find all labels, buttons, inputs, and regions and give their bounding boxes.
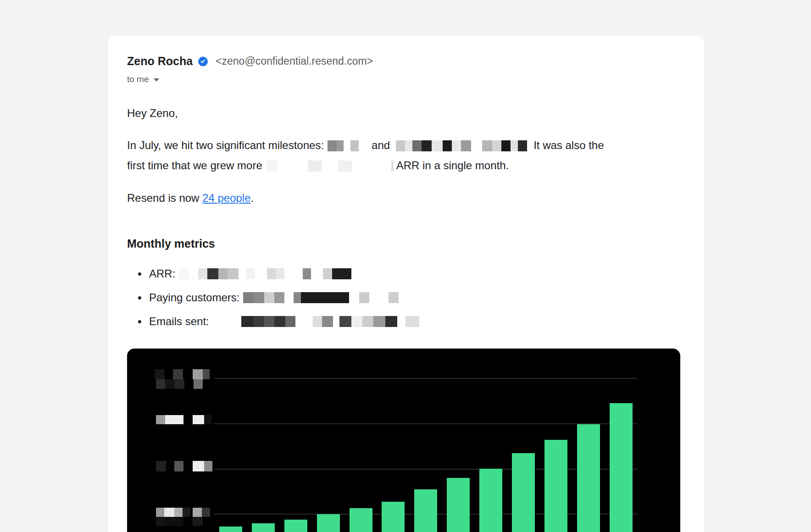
redaction-block	[179, 268, 189, 279]
team-size-suffix: .	[251, 192, 254, 204]
redaction-gap	[352, 161, 391, 172]
redacted-axis-label-block	[204, 415, 211, 424]
redaction-block	[328, 140, 337, 151]
redaction-block	[254, 292, 264, 303]
redacted-axis-label-block	[193, 461, 204, 471]
bullet-icon	[138, 296, 141, 299]
redaction-block	[373, 316, 385, 327]
chart-gridline	[214, 423, 638, 424]
email-card: Zeno Rocha <zeno@confidential.resend.com…	[108, 35, 704, 532]
redacted-axis-label-block	[165, 517, 183, 526]
redacted-axis-label-block	[165, 379, 174, 389]
redacted-axis-label-block	[173, 369, 183, 379]
redaction-block	[412, 140, 422, 151]
redaction-block	[264, 292, 274, 303]
redaction-gap	[322, 161, 338, 172]
redaction-block	[301, 292, 349, 303]
redaction-block	[351, 316, 362, 327]
redaction-block	[482, 140, 492, 151]
redaction-block	[492, 140, 501, 151]
chart-bar	[512, 453, 535, 532]
redaction-block	[241, 316, 253, 327]
redaction-gap	[255, 268, 267, 279]
redaction-block	[332, 268, 351, 279]
redacted-axis-label-block	[183, 508, 190, 517]
sender-email-address: <zeno@confidential.resend.com>	[216, 55, 373, 67]
chart-gridline	[214, 469, 638, 470]
redacted-axis-label-block	[193, 415, 204, 424]
chart-bar	[350, 508, 372, 532]
team-size-line: Resend is now 24 people.	[127, 191, 685, 205]
greeting-text: Hey Zeno,	[127, 106, 685, 120]
redaction-block	[274, 292, 284, 303]
redaction-block	[322, 316, 333, 327]
sender-name[interactable]: Zeno Rocha	[127, 55, 193, 68]
redaction-block	[501, 140, 511, 151]
redaction-gap	[333, 316, 339, 327]
redacted-axis-label-block	[202, 508, 210, 517]
redaction-gap	[397, 316, 406, 327]
bullet-icon	[138, 320, 141, 323]
metric-label: Paying customers:	[149, 291, 239, 304]
chart-bar	[610, 403, 633, 532]
metric-label: ARR:	[149, 267, 175, 280]
chart-bar	[284, 520, 307, 532]
redaction-block	[389, 292, 399, 303]
redacted-axis-label-block	[156, 508, 164, 517]
redacted-text	[179, 268, 351, 280]
recipient-details-toggle[interactable]: to me	[127, 73, 685, 85]
redaction-block	[218, 268, 228, 279]
redacted-text	[328, 140, 359, 152]
redaction-block	[198, 268, 207, 279]
redacted-axis-label-block	[174, 379, 184, 389]
chart-gridline	[214, 378, 638, 379]
paragraph-text: first time that we grew more	[127, 159, 262, 172]
redaction-gap	[349, 292, 359, 303]
redaction-gap	[284, 268, 303, 279]
chart-bar	[382, 502, 405, 532]
paragraph-text: It was also the	[533, 139, 604, 151]
redaction-block	[452, 140, 461, 151]
redaction-gap	[369, 292, 389, 303]
redaction-block	[308, 161, 322, 172]
redacted-axis-label-block	[174, 461, 183, 471]
redaction-block	[406, 316, 419, 327]
chart-bar	[317, 514, 340, 532]
redaction-block	[274, 316, 285, 327]
redaction-block	[338, 161, 352, 172]
redaction-block	[359, 292, 369, 303]
redacted-axis-label-block	[174, 508, 183, 517]
redaction-block	[253, 316, 264, 327]
redaction-block	[391, 161, 394, 172]
redaction-block	[385, 316, 397, 327]
people-count-link[interactable]: 24 people	[202, 192, 250, 204]
redacted-text	[213, 316, 419, 327]
team-size-prefix: Resend is now	[127, 192, 202, 204]
redaction-block	[243, 292, 254, 303]
chart-bar	[414, 489, 437, 532]
redacted-axis-label-block	[193, 369, 203, 379]
redaction-block	[396, 140, 405, 151]
paragraph-text: ARR in a single month.	[396, 159, 509, 172]
redaction-block	[207, 268, 218, 279]
redaction-gap	[284, 292, 294, 303]
redaction-block	[422, 140, 432, 151]
redacted-axis-label-block	[156, 415, 165, 424]
redacted-axis-label-block	[193, 508, 202, 517]
redacted-axis-label-block	[155, 369, 165, 379]
redaction-gap	[471, 140, 482, 151]
redacted-axis-label-block	[194, 379, 203, 389]
redaction-block	[285, 316, 295, 327]
redaction-gap	[239, 268, 246, 279]
redaction-gap	[311, 268, 323, 279]
chart-bar	[219, 526, 242, 532]
redaction-block	[362, 316, 373, 327]
redaction-block	[228, 268, 239, 279]
verified-badge-icon	[198, 56, 208, 66]
redaction-gap	[295, 316, 313, 327]
redaction-block	[443, 140, 452, 151]
redaction-block	[511, 140, 518, 151]
redaction-gap	[213, 316, 241, 327]
redacted-axis-label-block	[165, 415, 183, 424]
redaction-block	[303, 268, 311, 279]
